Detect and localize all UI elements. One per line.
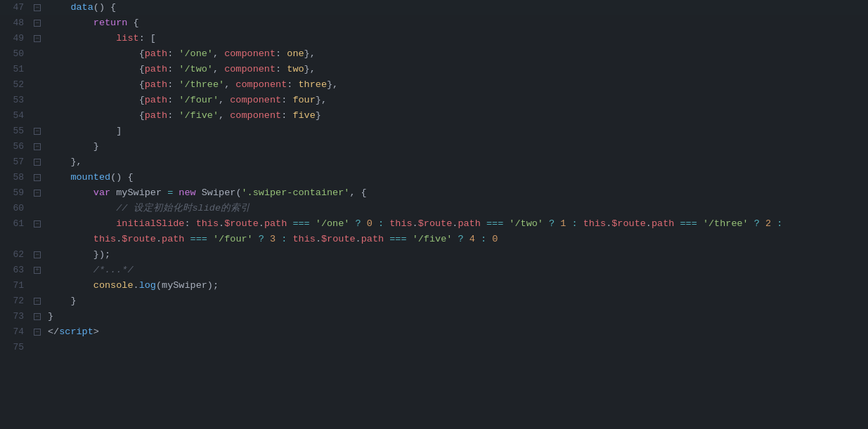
fold-gutter[interactable]: −	[30, 0, 45, 15]
token: (mySwiper)	[156, 280, 213, 291]
token	[486, 234, 492, 244]
token: three	[298, 79, 327, 90]
fold-gutter[interactable]: −	[30, 185, 45, 201]
token: console	[93, 280, 134, 291]
token	[384, 218, 389, 229]
code-line: 49− list: [	[0, 31, 868, 46]
token	[48, 172, 70, 183]
token: '/one'	[316, 218, 350, 229]
fold-icon[interactable]: +	[34, 267, 41, 274]
token: this	[196, 218, 219, 229]
fold-icon[interactable]: −	[34, 20, 41, 27]
line-number: 60	[0, 201, 30, 216]
code-line: 47− data() {	[0, 0, 868, 15]
token: :	[276, 48, 287, 59]
token: },	[316, 95, 327, 105]
fold-gutter[interactable]: −	[30, 124, 45, 139]
token	[253, 234, 259, 244]
token: , {	[349, 187, 366, 198]
line-number: 72	[0, 293, 30, 309]
token: script	[59, 326, 93, 337]
code-content: }	[45, 293, 868, 309]
token	[373, 218, 378, 229]
token: :	[167, 95, 179, 105]
token: $route	[418, 218, 453, 229]
fold-gutter[interactable]: −	[30, 15, 45, 31]
token: .	[134, 280, 139, 291]
fold-gutter[interactable]: −	[30, 31, 45, 46]
line-number: 55	[0, 124, 30, 139]
token	[749, 218, 754, 229]
token: $route	[224, 218, 259, 229]
code-line: 50 {path: '/one', component: one},	[0, 46, 868, 62]
fold-icon[interactable]: −	[34, 159, 41, 166]
token: {	[139, 95, 145, 105]
token: },	[48, 157, 82, 167]
fold-gutter[interactable]: −	[30, 324, 45, 340]
fold-gutter[interactable]: −	[30, 170, 45, 185]
fold-gutter[interactable]: −	[30, 154, 45, 170]
line-number: 59	[0, 185, 30, 201]
token: path	[145, 48, 167, 59]
token: },	[304, 48, 316, 59]
token: Swiper(	[196, 187, 242, 198]
fold-icon[interactable]: −	[34, 313, 41, 320]
fold-gutter[interactable]: −	[30, 293, 45, 309]
token: component	[224, 64, 276, 74]
token: path	[145, 95, 167, 105]
token: path	[458, 218, 480, 229]
fold-icon[interactable]: −	[34, 35, 41, 42]
fold-gutter[interactable]: −	[30, 216, 45, 232]
token: ?	[458, 234, 463, 244]
token: :	[281, 110, 292, 121]
code-content: }	[45, 139, 868, 154]
fold-icon[interactable]: −	[34, 298, 41, 305]
fold-icon[interactable]: −	[34, 329, 41, 336]
code-content: });	[45, 247, 868, 263]
fold-icon[interactable]: −	[34, 4, 41, 11]
token	[48, 33, 116, 44]
fold-icon[interactable]: −	[34, 174, 41, 181]
fold-gutter[interactable]: −	[30, 309, 45, 324]
line-number: 73	[0, 309, 30, 324]
token: .	[156, 234, 162, 244]
token: {	[139, 79, 145, 90]
token	[566, 218, 571, 229]
token: </	[48, 326, 59, 337]
fold-icon[interactable]: −	[34, 251, 41, 258]
token: path	[361, 234, 384, 244]
line-number: 53	[0, 93, 30, 108]
fold-gutter[interactable]: +	[30, 263, 45, 278]
token	[361, 218, 367, 229]
line-number: 71	[0, 278, 30, 293]
fold-gutter[interactable]: −	[30, 139, 45, 154]
code-content: data() {	[45, 0, 868, 15]
token: component	[235, 79, 287, 90]
code-line: 74−</script>	[0, 324, 868, 340]
fold-icon[interactable]: −	[34, 128, 41, 135]
token: 3	[270, 234, 276, 244]
token: 0	[367, 218, 373, 229]
token: >	[93, 326, 99, 337]
fold-icon[interactable]: −	[34, 220, 41, 227]
token	[349, 218, 355, 229]
token: .	[219, 218, 224, 229]
fold-icon[interactable]: −	[34, 190, 41, 197]
token: new	[179, 187, 195, 198]
token: five	[292, 110, 315, 121]
code-line: 59− var mySwiper = new Swiper('.swiper-c…	[0, 185, 868, 201]
token: var	[93, 187, 110, 198]
token: ?	[549, 218, 555, 229]
fold-gutter[interactable]: −	[30, 247, 45, 263]
token: mounted	[70, 172, 110, 183]
token: path	[162, 234, 184, 244]
code-line: 60 // 设定初始化时slide的索引	[0, 201, 868, 216]
line-number: 63	[0, 263, 30, 278]
token: }	[48, 141, 99, 152]
token: this	[93, 234, 116, 244]
code-line: this.$route.path === '/four' ? 3 : this.…	[0, 232, 868, 247]
fold-icon[interactable]: −	[34, 143, 41, 150]
token: :	[167, 64, 179, 74]
token: ,	[219, 95, 230, 105]
token	[407, 234, 413, 244]
